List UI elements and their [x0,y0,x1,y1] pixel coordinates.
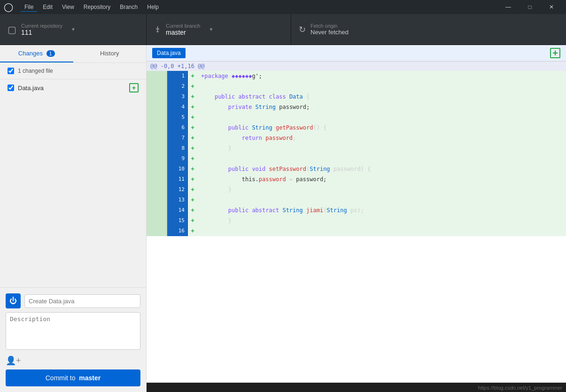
power-icon: ⏻ [9,297,17,305]
diff-line: 1 + +package ◆◆◆◆◆◆g'; [147,71,566,81]
diff-line: 4 + private String password; [147,102,566,112]
statusbar: https://blog.csdn.net/y1_programmer [147,383,566,392]
file-list: Data.java + [0,79,146,287]
select-all-checkbox[interactable] [8,68,14,74]
changed-files-label: 1 changed file [18,68,53,74]
diff-line: 10 + public void setPassword(String pass… [147,164,566,174]
repo-value: 111 [21,29,62,36]
diff-view: Data.java + @@ -0,0 +1,16 @@ 1 + +packag… [147,45,566,392]
branch-label: Current branch [166,23,200,29]
toolbar: ▢ Current repository 111 ▼ ⤈ Current bra… [0,14,566,45]
diff-line: 11 + this.password = password; [147,174,566,184]
menu-branch[interactable]: Branch [116,3,141,12]
menu-file[interactable]: File [21,3,37,12]
diff-line: 15 + } [147,215,566,226]
commit-summary-input[interactable] [24,294,140,308]
repo-icon: ▢ [8,24,16,35]
tabs: Changes 1 History [0,45,146,63]
titlebar-menu: File Edit View Repository Branch Help [21,3,163,12]
statusbar-url: https://blog.csdn.net/y1_programmer [478,385,562,391]
diff-meta: @@ -0,0 +1,16 @@ [147,61,566,71]
commit-button-branch: master [79,374,101,382]
menu-view[interactable]: View [58,3,78,12]
file-checkbox[interactable] [8,85,14,91]
main-layout: Changes 1 History 1 changed file Data.ja… [0,45,566,392]
fetch-label: Fetch origin [310,23,349,29]
minimize-button[interactable]: — [497,0,519,14]
diff-line: 7 + return password; [147,133,566,143]
file-status-icon: + [129,83,139,92]
repo-text: Current repository 111 [21,23,62,36]
branch-text: Current branch master [166,23,200,36]
commit-footer: 👤+ [6,355,140,366]
tab-changes[interactable]: Changes 1 [0,45,73,62]
commit-section: ⏻ 👤+ Commit to master [0,287,146,392]
diff-line: 3 + public abstract class Data { [147,92,566,102]
commit-avatar: ⏻ [6,293,21,308]
maximize-button[interactable]: □ [519,0,541,14]
repo-section[interactable]: ▢ Current repository 111 ▼ [0,14,147,45]
branch-icon: ⤈ [154,24,161,35]
diff-line: 6 + public String getPassword() { [147,123,566,133]
changes-badge: 1 [47,50,55,57]
fetch-sublabel: Never fetched [310,29,349,36]
titlebar: ◯ File Edit View Repository Branch Help … [0,0,566,14]
github-icon: ◯ [4,2,13,12]
tab-history[interactable]: History [73,45,147,62]
branch-section[interactable]: ⤈ Current branch master ▼ [147,14,291,45]
diff-line: 2 + [147,81,566,92]
diff-line: 16 + [147,226,566,236]
file-item-name: Data.java [18,85,125,92]
menu-repository[interactable]: Repository [80,3,114,12]
commit-button[interactable]: Commit to master [6,369,140,386]
repo-arrow: ▼ [71,27,76,32]
diff-line: 14 + public abstract String jiami(String… [147,205,566,215]
branch-arrow: ▼ [209,27,213,32]
diff-line: 5 + [147,112,566,123]
diff-line: 13 + [147,195,566,205]
add-file-icon[interactable]: + [550,48,560,58]
branch-value: master [166,29,200,36]
sidebar: Changes 1 History 1 changed file Data.ja… [0,45,147,392]
repo-label: Current repository [21,23,62,29]
diff-line: 9 + [147,154,566,164]
menu-help[interactable]: Help [143,3,163,12]
titlebar-controls: — □ ✕ [497,0,562,14]
menu-edit[interactable]: Edit [39,3,56,12]
commit-description-input[interactable] [6,312,140,350]
file-item[interactable]: Data.java + [0,79,146,96]
fetch-text: Fetch origin Never fetched [310,23,349,36]
titlebar-left: ◯ File Edit View Repository Branch Help [4,2,163,12]
commit-button-label: Commit to [46,374,76,382]
diff-line: 12 + } [147,184,566,195]
diff-line: 8 + } [147,143,566,154]
fetch-section[interactable]: ↻ Fetch origin Never fetched [291,14,418,45]
close-button[interactable]: ✕ [541,0,562,14]
user-add-icon: 👤+ [6,355,21,366]
diff-content: @@ -0,0 +1,16 @@ 1 + +package ◆◆◆◆◆◆g'; … [147,61,566,383]
diff-header: Data.java + [147,45,566,61]
fetch-icon: ↻ [299,24,306,35]
commit-summary: ⏻ [6,293,140,308]
diff-filename-tab[interactable]: Data.java [152,48,186,58]
changed-files-header: 1 changed file [0,63,146,79]
